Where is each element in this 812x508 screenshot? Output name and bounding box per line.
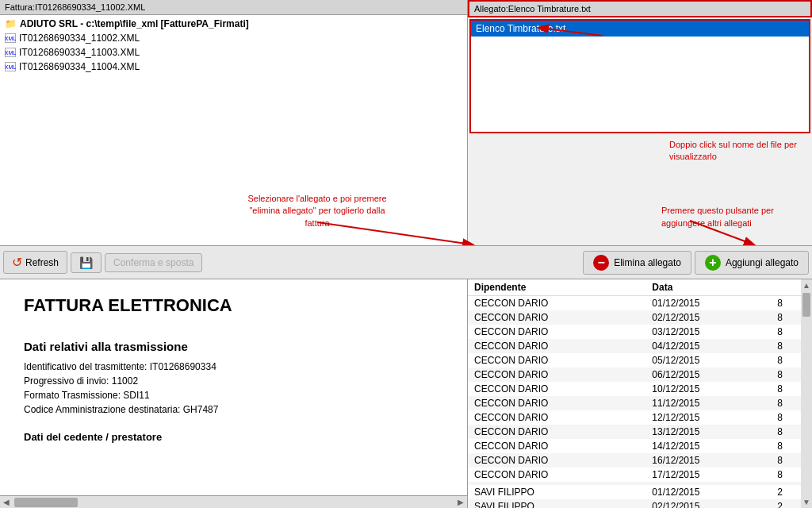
right-panel: Allegato:Elenco Timbrature.txt Elenco Ti… — [468, 0, 812, 245]
fattura-title: FATTURA ELETTRONICA — [24, 295, 443, 316]
conferma-label: Conferma e sposta — [113, 257, 193, 268]
h-scrollbar[interactable]: ◀ ▶ — [0, 495, 467, 508]
toolbar: ↺ Refresh 💾 Conferma e sposta − Elimina … — [0, 246, 812, 279]
table-cell-15-0: SAVI FILIPPO — [468, 499, 620, 508]
right-panel-title: Allegato:Elenco Timbrature.txt — [468, 0, 812, 17]
folder-icon: 📁 — [5, 18, 17, 29]
allegato-list[interactable]: Elenco Timbrature.txt — [469, 19, 810, 133]
table-cell-10-1: 14/12/2015 — [620, 439, 771, 453]
scroll-left-btn[interactable]: ◀ — [0, 498, 13, 506]
fattura-field4: Codice Amministrazione destinataria: GH7… — [24, 404, 443, 415]
table-cell-7-0: CECCON DARIO — [468, 396, 620, 410]
scroll-down-btn[interactable]: ▼ — [802, 498, 810, 506]
table-cell-3-0: CECCON DARIO — [468, 339, 620, 353]
xml-icon: XML — [5, 62, 16, 71]
file-item-0[interactable]: 📁 ADIUTO SRL - c:\temp\file_xml [Fatture… — [2, 17, 465, 31]
aggiungi-button[interactable]: + Aggiungi allegato — [695, 251, 809, 275]
save-button[interactable]: 💾 — [71, 252, 102, 273]
table-cell-15-1: 02/12/2015 — [620, 499, 771, 508]
table-row: CECCON DARIO04/12/20158 — [468, 339, 812, 353]
refresh-button[interactable]: ↺ Refresh — [3, 251, 67, 274]
table-row: CECCON DARIO12/12/20158 — [468, 410, 812, 425]
file-item-3[interactable]: XML IT01268690334_11004.XML — [2, 60, 465, 74]
table-cell-8-1: 12/12/2015 — [620, 410, 771, 425]
table-cell-11-0: CECCON DARIO — [468, 453, 620, 468]
table-cell-1-1: 02/12/2015 — [620, 310, 771, 325]
table-row: SAVI FILIPPO01/12/20152 — [468, 485, 812, 499]
file-item-1[interactable]: XML IT01268690334_11002.XML — [2, 31, 465, 45]
annotation-doubleclick: Doppio click sul nome del file per visua… — [669, 139, 804, 164]
table-header-row: Dipendente Data — [468, 279, 812, 296]
allegato-item-0[interactable]: Elenco Timbrature.txt — [471, 21, 809, 37]
scroll-up-btn[interactable]: ▲ — [802, 281, 810, 290]
aggiungi-label: Aggiungi allegato — [726, 257, 799, 268]
plus-icon: + — [705, 255, 721, 271]
main-container: Fattura:IT01268690334_11002.XML 📁 ADIUTO… — [0, 0, 812, 508]
table-row: CECCON DARIO11/12/20158 — [468, 396, 812, 410]
table-row: CECCON DARIO17/12/20158 — [468, 468, 812, 482]
minus-icon: − — [593, 255, 609, 271]
table-cell-7-1: 11/12/2015 — [620, 396, 771, 410]
table-row: CECCON DARIO13/12/20158 — [468, 425, 812, 439]
elimina-label: Elimina allegato — [614, 257, 681, 268]
xml-icon: XML — [5, 48, 16, 57]
table-cell-4-1: 05/12/2015 — [620, 353, 771, 368]
table-cell-14-0: SAVI FILIPPO — [468, 485, 620, 499]
table-row: CECCON DARIO05/12/20158 — [468, 353, 812, 368]
table-cell-9-0: CECCON DARIO — [468, 425, 620, 439]
table-cell-4-0: CECCON DARIO — [468, 353, 620, 368]
table-panel[interactable]: Dipendente Data CECCON DARIO01/12/20158C… — [468, 279, 812, 508]
table-row: CECCON DARIO10/12/20158 — [468, 382, 812, 396]
table-cell-0-0: CECCON DARIO — [468, 296, 620, 311]
table-cell-10-0: CECCON DARIO — [468, 439, 620, 453]
table-row: CECCON DARIO01/12/20158 — [468, 296, 812, 311]
table-row: CECCON DARIO16/12/20158 — [468, 453, 812, 468]
table-cell-9-1: 13/12/2015 — [620, 425, 771, 439]
table-cell-14-1: 01/12/2015 — [620, 485, 771, 499]
table-cell-2-0: CECCON DARIO — [468, 325, 620, 339]
fattura-panel[interactable]: FATTURA ELETTRONICA Dati relativi alla t… — [0, 279, 468, 495]
scrollbar-thumb-v[interactable] — [802, 293, 810, 317]
file-item-2[interactable]: XML IT01268690334_11003.XML — [2, 45, 465, 60]
left-panel: Fattura:IT01268690334_11002.XML 📁 ADIUTO… — [0, 0, 468, 245]
table-row: SAVI FILIPPO02/12/20152 — [468, 499, 812, 508]
conferma-button[interactable]: Conferma e sposta — [105, 253, 202, 272]
table-cell-5-0: CECCON DARIO — [468, 368, 620, 382]
table-cell-1-0: CECCON DARIO — [468, 310, 620, 325]
v-scrollbar[interactable]: ▲ ▼ — [801, 279, 812, 508]
fattura-section2: Dati del cedente / prestatore — [24, 431, 443, 443]
table-row: CECCON DARIO03/12/20158 — [468, 325, 812, 339]
table-cell-6-1: 10/12/2015 — [620, 382, 771, 396]
table-cell-12-0: CECCON DARIO — [468, 468, 620, 482]
fattura-field2: Progressivo di invio: 11002 — [24, 375, 443, 387]
top-section: Fattura:IT01268690334_11002.XML 📁 ADIUTO… — [0, 0, 812, 246]
table-cell-2-1: 03/12/2015 — [620, 325, 771, 339]
fattura-field1: Identificativo del trasmittente: IT01268… — [24, 361, 443, 372]
table-cell-11-1: 16/12/2015 — [620, 453, 771, 468]
left-panel-title: Fattura:IT01268690334_11002.XML — [0, 0, 467, 15]
table-row: CECCON DARIO14/12/20158 — [468, 439, 812, 453]
table-row: CECCON DARIO02/12/20158 — [468, 310, 812, 325]
scrollbar-thumb[interactable] — [14, 498, 78, 507]
table-cell-8-0: CECCON DARIO — [468, 410, 620, 425]
table-cell-3-1: 04/12/2015 — [620, 339, 771, 353]
scroll-right-btn[interactable]: ▶ — [454, 498, 467, 506]
refresh-icon: ↺ — [12, 255, 22, 270]
refresh-label: Refresh — [25, 257, 59, 268]
file-list[interactable]: 📁 ADIUTO SRL - c:\temp\file_xml [Fatture… — [0, 15, 467, 245]
col-dipendente: Dipendente — [468, 279, 620, 296]
table-cell-5-1: 06/12/2015 — [620, 368, 771, 382]
elimina-button[interactable]: − Elimina allegato — [583, 251, 691, 275]
fattura-section1: Dati relativi alla trasmissione — [24, 340, 443, 353]
fattura-field3: Formato Trasmissione: SDI11 — [24, 390, 443, 401]
table-row: CECCON DARIO06/12/20158 — [468, 368, 812, 382]
xml-icon: XML — [5, 33, 16, 43]
table-cell-12-1: 17/12/2015 — [620, 468, 771, 482]
save-icon: 💾 — [79, 256, 93, 269]
table-cell-0-1: 01/12/2015 — [620, 296, 771, 311]
col-data: Data — [620, 279, 771, 296]
table-cell-6-0: CECCON DARIO — [468, 382, 620, 396]
bottom-section: FATTURA ELETTRONICA Dati relativi alla t… — [0, 279, 812, 508]
data-table: Dipendente Data CECCON DARIO01/12/20158C… — [468, 279, 812, 508]
